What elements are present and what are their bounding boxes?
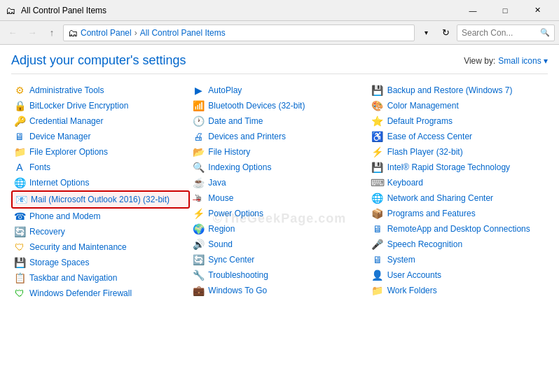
column-3: 💾Backup and Restore (Windows 7)🎨Color Ma… [369,83,548,301]
control-panel-item[interactable]: ⌨Keyboard [369,175,548,190]
control-panel-item[interactable]: 📶Bluetooth Devices (32-bit) [190,98,368,113]
item-label: Taskbar and Navigation [29,273,117,283]
control-panel-item[interactable]: 🕐Date and Time [190,113,368,129]
item-label: Power Options [208,209,263,218]
item-icon: 🎨 [372,100,383,111]
item-label: Date and Time [208,116,263,126]
control-panel-item[interactable]: ☎Phone and Modem [11,209,190,224]
item-label: Windows Defender Firewall [29,288,132,298]
control-panel-item[interactable]: 🖨Devices and Printers [190,129,368,144]
control-panel-item[interactable]: ⚡Power Options [190,206,368,221]
search-box[interactable]: 🔍 [457,24,555,41]
item-icon: 🌐 [14,177,25,188]
item-label: System [387,255,415,265]
item-icon: 💾 [372,162,383,173]
control-panel-item[interactable]: 💾Storage Spaces [11,255,190,270]
view-by: View by: Small icons ▾ [464,56,548,66]
control-panel-item[interactable]: 🎤Speech Recognition [369,237,548,252]
control-panel-item[interactable]: 🖥RemoteApp and Desktop Connections [369,221,548,237]
control-panel-item[interactable]: 🔧Troubleshooting [190,267,368,283]
close-button[interactable]: ✕ [521,0,553,21]
breadcrumb-item-2[interactable]: All Control Panel Items [140,28,226,38]
control-panel-item[interactable]: 💼Windows To Go [190,283,368,298]
item-label: Devices and Printers [208,132,286,141]
title-bar: 🗂 All Control Panel Items — □ ✕ [0,0,559,21]
item-icon: 🕐 [193,115,204,127]
control-panel-item[interactable]: 🖥Device Manager [11,129,190,144]
control-panel-item[interactable]: 🖱Mouse [190,190,368,206]
control-panel-item[interactable]: 📁Work Folders [369,283,548,298]
control-panel-item[interactable]: 🔍Indexing Options [190,160,368,175]
control-panel-item[interactable]: 🌍Region [190,221,368,237]
item-label: BitLocker Drive Encryption [29,101,128,111]
maximize-button[interactable]: □ [489,0,521,21]
control-panel-item[interactable]: 📧Mail (Microsoft Outlook 2016) (32-bit) [11,190,190,209]
control-panel-item[interactable]: ▶AutoPlay [190,83,368,98]
item-label: Keyboard [387,178,423,188]
control-panel-item[interactable]: 💾Intel® Rapid Storage Technology [369,160,548,175]
item-label: Flash Player (32-bit) [387,147,463,157]
forward-button[interactable]: → [24,24,41,41]
column-2: ▶AutoPlay📶Bluetooth Devices (32-bit)🕐Dat… [190,83,368,301]
item-icon: 📂 [193,146,204,158]
item-icon: 🔒 [14,100,25,111]
back-button[interactable]: ← [4,24,21,41]
item-label: Intel® Rapid Storage Technology [387,162,510,172]
item-label: Administrative Tools [29,85,104,95]
title-bar-icon: 🗂 [6,5,17,16]
control-panel-item[interactable]: ☕Java [190,175,368,190]
item-icon: 🛡 [14,241,25,253]
address-bar: ← → ↑ 🗂 Control Panel › All Control Pane… [0,21,559,45]
control-panel-item[interactable]: 🔑Credential Manager [11,113,190,129]
page-title: Adjust your computer's settings [11,53,186,68]
refresh-button[interactable]: ↻ [437,24,454,41]
control-panel-item[interactable]: 🔊Sound [190,237,368,252]
control-panel-item[interactable]: 🛡Windows Defender Firewall [11,286,190,301]
item-icon: 🔑 [14,115,25,127]
control-panel-item[interactable]: 💾Backup and Restore (Windows 7) [369,83,548,98]
control-panel-item[interactable]: 📁File Explorer Options [11,144,190,160]
item-icon: 📧 [15,194,27,205]
breadcrumb-icon: 🗂 [68,27,78,38]
breadcrumb-sep-1: › [134,28,137,38]
control-panel-item[interactable]: 🔄Recovery [11,224,190,239]
item-label: Device Manager [29,132,90,141]
control-panel-item[interactable]: ⭐Default Programs [369,113,548,129]
item-label: Color Management [387,101,459,111]
item-label: Recovery [29,227,65,237]
dropdown-button[interactable]: ▾ [417,24,434,41]
control-panel-item[interactable]: 📦Programs and Features [369,206,548,221]
item-label: Fonts [29,162,50,172]
up-button[interactable]: ↑ [43,24,60,41]
control-panel-item[interactable]: ⚡Flash Player (32-bit) [369,144,548,160]
search-input[interactable] [462,28,540,38]
control-panel-item[interactable]: 🌐Internet Options [11,175,190,190]
item-label: Programs and Features [387,209,476,218]
control-panel-item[interactable]: 🎨Color Management [369,98,548,113]
control-panel-item[interactable]: 🔒BitLocker Drive Encryption [11,98,190,113]
item-icon: 🖱 [193,192,204,204]
item-icon: 🔍 [193,162,204,173]
item-icon: A [14,162,25,173]
item-icon: 💾 [372,85,383,96]
items-grid: ⚙Administrative Tools🔒BitLocker Drive En… [11,83,548,301]
breadcrumb-item-1[interactable]: Control Panel [81,28,132,38]
minimize-button[interactable]: — [457,0,489,21]
control-panel-item[interactable]: 📂File History [190,144,368,160]
item-icon: ⌨ [372,177,383,188]
control-panel-item[interactable]: 📋Taskbar and Navigation [11,270,190,286]
control-panel-item[interactable]: 👤User Accounts [369,267,548,283]
item-icon: 🌍 [193,223,204,234]
control-panel-item[interactable]: 🌐Network and Sharing Center [369,190,548,206]
item-icon: 📁 [14,146,25,158]
control-panel-item[interactable]: ⚙Administrative Tools [11,83,190,98]
control-panel-item[interactable]: 🔄Sync Center [190,252,368,267]
view-by-link[interactable]: Small icons ▾ [498,56,548,66]
item-icon: 🛡 [14,288,25,299]
control-panel-item[interactable]: 🖥System [369,252,548,267]
control-panel-item[interactable]: 🛡Security and Maintenance [11,239,190,255]
item-label: Indexing Options [208,162,271,172]
control-panel-item[interactable]: ♿Ease of Access Center [369,129,548,144]
control-panel-item[interactable]: AFonts [11,160,190,175]
item-label: Backup and Restore (Windows 7) [387,85,513,95]
